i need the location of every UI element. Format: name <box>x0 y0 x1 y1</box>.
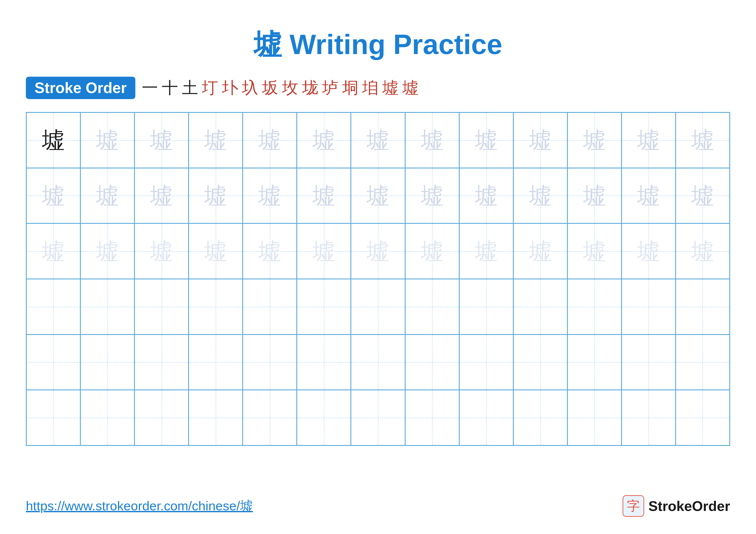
grid-cell-0-11[interactable]: 墟 <box>622 113 676 168</box>
grid-cell-0-12[interactable]: 墟 <box>676 113 730 168</box>
char-very-light: 墟 <box>204 240 227 263</box>
grid-cell-1-11[interactable]: 墟 <box>622 168 676 224</box>
grid-cell-5-3[interactable] <box>189 390 243 445</box>
grid-cell-3-9[interactable] <box>513 279 567 335</box>
grid-cell-2-0[interactable]: 墟 <box>26 223 80 279</box>
grid-cell-0-6[interactable]: 墟 <box>351 113 405 168</box>
grid-cell-2-8[interactable]: 墟 <box>459 223 513 279</box>
grid-cell-3-5[interactable] <box>297 279 351 335</box>
char-very-light: 墟 <box>475 240 498 263</box>
stroke-10: 垆 <box>322 77 338 99</box>
stroke-9: 垅 <box>302 77 318 99</box>
grid-cell-1-8[interactable]: 墟 <box>459 168 513 224</box>
grid-cell-5-4[interactable] <box>243 390 297 445</box>
grid-cell-4-0[interactable] <box>26 335 80 390</box>
grid-cell-4-2[interactable] <box>134 335 189 390</box>
grid-cell-5-5[interactable] <box>297 390 351 445</box>
grid-cell-0-1[interactable]: 墟 <box>80 113 134 168</box>
grid-cell-0-0[interactable]: 墟 <box>26 113 80 168</box>
grid-cell-2-5[interactable]: 墟 <box>297 223 351 279</box>
grid-cell-2-9[interactable]: 墟 <box>513 223 567 279</box>
char-light: 墟 <box>691 129 714 151</box>
char-light: 墟 <box>583 184 606 207</box>
grid-cell-0-3[interactable]: 墟 <box>189 113 243 168</box>
practice-grid: 墟 墟 墟 墟 墟 墟 墟 墟 墟 墟 墟 墟 墟 墟 墟 墟 墟 墟 墟 墟 … <box>26 112 730 446</box>
grid-cell-2-7[interactable]: 墟 <box>405 223 459 279</box>
grid-cell-3-1[interactable] <box>80 279 134 335</box>
grid-cell-3-6[interactable] <box>351 279 405 335</box>
grid-cell-5-10[interactable] <box>567 390 622 445</box>
grid-cell-0-2[interactable]: 墟 <box>134 113 189 168</box>
grid-cell-3-7[interactable] <box>405 279 459 335</box>
grid-cell-5-0[interactable] <box>26 390 80 445</box>
grid-cell-2-10[interactable]: 墟 <box>567 223 622 279</box>
footer-url[interactable]: https://www.strokeorder.com/chinese/墟 <box>26 497 253 515</box>
grid-cell-4-7[interactable] <box>405 335 459 390</box>
grid-cell-2-1[interactable]: 墟 <box>80 223 134 279</box>
grid-cell-3-8[interactable] <box>459 279 513 335</box>
grid-cell-0-10[interactable]: 墟 <box>567 113 622 168</box>
grid-cell-1-6[interactable]: 墟 <box>351 168 405 224</box>
char-light: 墟 <box>96 129 119 151</box>
grid-cell-3-12[interactable] <box>676 279 730 335</box>
grid-cell-1-12[interactable]: 墟 <box>676 168 730 224</box>
grid-cell-3-10[interactable] <box>567 279 622 335</box>
char-light: 墟 <box>366 184 389 207</box>
grid-cell-1-5[interactable]: 墟 <box>297 168 351 224</box>
grid-cell-2-3[interactable]: 墟 <box>189 223 243 279</box>
footer-brand: 字 StrokeOrder <box>623 495 730 517</box>
grid-cell-5-2[interactable] <box>134 390 189 445</box>
grid-cell-0-8[interactable]: 墟 <box>459 113 513 168</box>
grid-cell-4-10[interactable] <box>567 335 622 390</box>
grid-cell-5-9[interactable] <box>513 390 567 445</box>
grid-cell-5-11[interactable] <box>622 390 676 445</box>
grid-cell-5-1[interactable] <box>80 390 134 445</box>
grid-cell-0-5[interactable]: 墟 <box>297 113 351 168</box>
grid-cell-3-4[interactable] <box>243 279 297 335</box>
grid-cell-4-3[interactable] <box>189 335 243 390</box>
stroke-order-row: Stroke Order 一 十 土 圢 圤 圦 坂 坆 垅 垆 垌 垍 墟 墟 <box>26 77 730 99</box>
grid-cell-4-12[interactable] <box>676 335 730 390</box>
grid-cell-1-0[interactable]: 墟 <box>26 168 80 224</box>
grid-cell-2-4[interactable]: 墟 <box>243 223 297 279</box>
grid-cell-1-7[interactable]: 墟 <box>405 168 459 224</box>
grid-cell-2-11[interactable]: 墟 <box>622 223 676 279</box>
grid-cell-3-0[interactable] <box>26 279 80 335</box>
grid-cell-4-8[interactable] <box>459 335 513 390</box>
grid-cell-1-10[interactable]: 墟 <box>567 168 622 224</box>
grid-cell-1-4[interactable]: 墟 <box>243 168 297 224</box>
grid-cell-0-9[interactable]: 墟 <box>513 113 567 168</box>
char-light: 墟 <box>96 184 119 207</box>
grid-cell-1-1[interactable]: 墟 <box>80 168 134 224</box>
grid-cell-0-4[interactable]: 墟 <box>243 113 297 168</box>
grid-cell-3-3[interactable] <box>189 279 243 335</box>
grid-cell-2-12[interactable]: 墟 <box>676 223 730 279</box>
stroke-sequence: 一 十 土 圢 圤 圦 坂 坆 垅 垆 垌 垍 墟 墟 <box>142 77 418 99</box>
grid-cell-4-6[interactable] <box>351 335 405 390</box>
stroke-5: 圤 <box>222 77 238 99</box>
grid-cell-4-1[interactable] <box>80 335 134 390</box>
stroke-order-badge: Stroke Order <box>26 77 135 99</box>
grid-cell-5-8[interactable] <box>459 390 513 445</box>
grid-cell-4-4[interactable] <box>243 335 297 390</box>
grid-cell-5-6[interactable] <box>351 390 405 445</box>
grid-cell-5-12[interactable] <box>676 390 730 445</box>
char-light: 墟 <box>583 129 606 151</box>
grid-cell-0-7[interactable]: 墟 <box>405 113 459 168</box>
grid-cell-2-6[interactable]: 墟 <box>351 223 405 279</box>
grid-cell-2-2[interactable]: 墟 <box>134 223 189 279</box>
grid-cell-1-2[interactable]: 墟 <box>134 168 189 224</box>
grid-cell-4-5[interactable] <box>297 335 351 390</box>
char-light: 墟 <box>366 129 389 151</box>
grid-cell-4-11[interactable] <box>622 335 676 390</box>
grid-cell-1-3[interactable]: 墟 <box>189 168 243 224</box>
char-very-light: 墟 <box>529 240 552 263</box>
grid-cell-3-11[interactable] <box>622 279 676 335</box>
char-light: 墟 <box>421 184 444 207</box>
grid-cell-1-9[interactable]: 墟 <box>513 168 567 224</box>
char-very-light: 墟 <box>150 240 173 263</box>
grid-cell-5-7[interactable] <box>405 390 459 445</box>
char-very-light: 墟 <box>583 240 606 263</box>
grid-cell-3-2[interactable] <box>134 279 189 335</box>
grid-cell-4-9[interactable] <box>513 335 567 390</box>
